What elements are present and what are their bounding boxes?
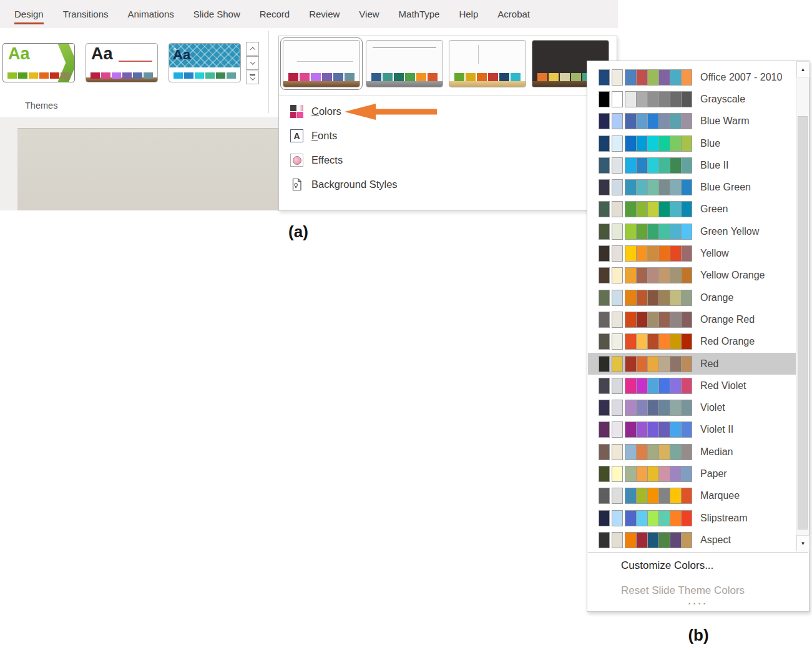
color-theme-blue[interactable]: Blue [588,132,796,154]
color-theme-red[interactable]: Red [588,353,796,375]
color-theme-name: Red Orange [700,336,755,347]
menu-item-colors[interactable]: Colors [279,99,617,124]
menu-item-label: Background Styles [311,179,398,190]
themes-more-button[interactable] [246,71,259,84]
colors-icon [290,105,303,118]
color-swatch-strip [599,290,692,306]
color-theme-orange[interactable]: Orange [588,287,796,308]
theme-thumbnail-integral[interactable]: Aa [169,43,241,82]
theme-decoration [119,61,152,62]
color-theme-orange-red[interactable]: Orange Red [588,308,796,330]
menu-item-effects[interactable]: Effects [279,148,617,172]
color-theme-name: Median [700,446,733,458]
scroll-down-button[interactable]: ▼ [796,535,810,551]
color-theme-red-orange[interactable]: Red Orange [588,331,796,353]
theme-letters: Aa [8,44,30,64]
tab-slide-show[interactable]: Slide Show [193,0,240,28]
menu-item-label: Effects [311,154,343,166]
color-swatch-strip [599,224,692,240]
theme-swatches [174,72,236,79]
variant-line [478,45,479,64]
variant-swatches [288,73,355,81]
variant-swatches [454,73,521,81]
color-theme-violet[interactable]: Violet [588,396,796,418]
tab-review[interactable]: Review [309,0,340,28]
chevron-up-icon [250,47,255,52]
color-theme-name: Yellow Orange [700,270,765,281]
tab-acrobat[interactable]: Acrobat [497,0,530,28]
theme-thumbnail-gallery[interactable]: Aa [86,43,158,82]
color-theme-name: Blue Warm [700,116,750,127]
chevron-down-icon [250,75,255,80]
color-theme-name: Blue [700,138,720,149]
color-theme-slipstream[interactable]: Slipstream [588,507,796,529]
color-theme-name: Orange Red [700,314,755,325]
flyout-scrollbar[interactable]: ▲ ▼ [796,61,809,551]
colors-flyout: Office 2007 - 2010GrayscaleBlue WarmBlue… [587,61,810,612]
variant-floor [449,81,526,87]
tab-help[interactable]: Help [459,0,478,28]
color-theme-green[interactable]: Green [588,199,796,220]
color-theme-paper[interactable]: Paper [588,463,796,485]
color-theme-red-violet[interactable]: Red Violet [588,375,796,396]
tab-transitions[interactable]: Transitions [63,0,109,28]
color-theme-blue-ii[interactable]: Blue II [588,154,796,176]
variant-thumbnail-3[interactable] [449,40,526,87]
tab-view[interactable]: View [359,0,379,28]
color-theme-yellow-orange[interactable]: Yellow Orange [588,265,796,287]
color-theme-median[interactable]: Median [588,441,796,463]
fonts-icon: A [290,129,303,142]
color-swatch-strip [599,444,692,460]
color-theme-name: Slipstream [700,513,748,524]
scroll-up-button[interactable]: ▲ [796,61,810,77]
color-theme-name: Blue Green [700,182,751,193]
themes-scroll-down-button[interactable] [246,56,259,70]
color-theme-name: Green Yellow [700,226,759,237]
color-theme-name: Aspect [700,534,731,546]
color-theme-aspect[interactable]: Aspect [588,529,796,551]
color-theme-yellow[interactable]: Yellow [588,242,796,264]
tab-mathtype[interactable]: MathType [399,0,440,28]
variant-floor [283,81,360,87]
theme-thumbnail-facet[interactable]: Aa [2,43,75,82]
color-theme-grayscale[interactable]: Grayscale [588,88,796,110]
menu-item-fonts[interactable]: AFonts [279,124,617,148]
variant-line [373,47,437,48]
themes-gallery: AaAaAa [2,43,241,82]
flyout-resize-handle[interactable]: ···· [587,598,809,609]
color-theme-name: Orange [700,292,733,303]
slide [17,128,278,210]
variant-thumbnail-2[interactable] [366,40,443,87]
menu-item-background-styles[interactable]: Background Styles [279,172,617,197]
theme-swatches [90,72,153,79]
color-theme-blue-green[interactable]: Blue Green [588,176,796,198]
theme-letters: Aa [91,44,113,64]
color-theme-blue-warm[interactable]: Blue Warm [588,111,796,132]
tab-design[interactable]: Design [14,0,44,28]
themes-scroll-up-button[interactable] [246,42,259,56]
color-theme-office-2007-2010[interactable]: Office 2007 - 2010 [588,66,796,88]
flyout-separator [588,552,808,553]
callout-arrow-icon [345,103,437,121]
color-swatch-strip [599,201,692,217]
triangle-up-icon: ▲ [801,67,806,72]
color-theme-violet-ii[interactable]: Violet II [588,419,796,441]
color-theme-marquee[interactable]: Marquee [588,485,796,507]
variant-thumbnail-1[interactable] [283,40,360,87]
tab-record[interactable]: Record [260,0,290,28]
color-theme-name: Paper [700,468,727,480]
variants-menu: ColorsAFontsEffectsBackground Styles [279,99,617,197]
color-swatch-strip [599,179,692,195]
color-theme-name: Violet [700,402,725,413]
variant-floor [366,81,443,87]
color-swatch-strip [599,378,692,394]
color-theme-name: Red [700,358,718,370]
menu-item-label: Colors [311,106,341,117]
effects-icon [290,154,303,167]
powerpoint-design-screenshot: DesignTransitionsAnimationsSlide ShowRec… [0,0,812,650]
tab-animations[interactable]: Animations [128,0,174,28]
color-swatch-strip [599,510,692,526]
scrollbar-thumb[interactable] [798,116,808,529]
color-theme-green-yellow[interactable]: Green Yellow [588,220,796,242]
customize-colors-button[interactable]: Customize Colors... [621,554,713,577]
